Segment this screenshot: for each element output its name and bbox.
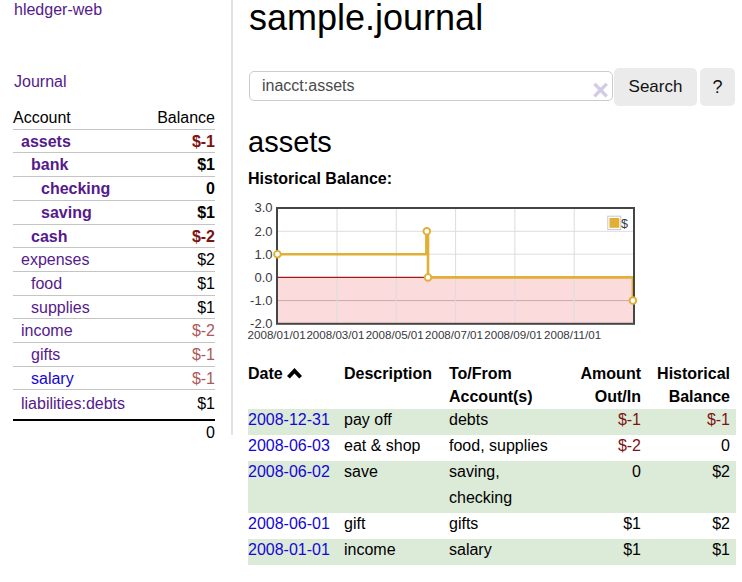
svg-text:2008/01/01: 2008/01/01 <box>248 328 306 341</box>
svg-text:0.0: 0.0 <box>254 270 272 285</box>
svg-text:2008/11/01: 2008/11/01 <box>544 328 601 341</box>
svg-text:2.0: 2.0 <box>254 224 272 239</box>
svg-text:$: $ <box>621 217 628 231</box>
svg-text:2008/05/01: 2008/05/01 <box>366 328 424 341</box>
svg-text:2008/03/01: 2008/03/01 <box>306 328 364 341</box>
svg-text:1.0: 1.0 <box>254 247 272 262</box>
svg-text:2008/09/01: 2008/09/01 <box>484 328 542 341</box>
svg-text:3.0: 3.0 <box>254 200 272 215</box>
svg-text:-1.0: -1.0 <box>250 293 272 308</box>
svg-text:2008/07/01: 2008/07/01 <box>425 328 483 341</box>
